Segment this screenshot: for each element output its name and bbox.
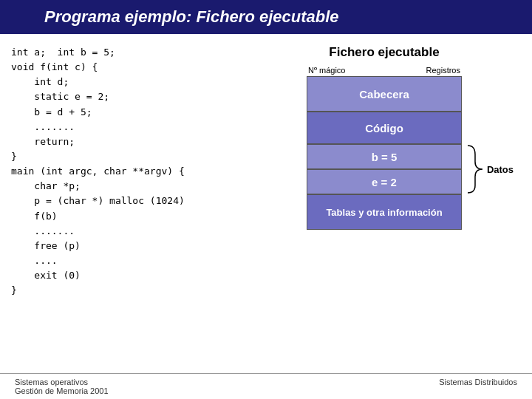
footer-right: Sistemas Distribuidos [439,378,517,395]
block-b5: b = 5 [307,144,462,169]
code-section: int a; int b = 5; void f(int c) { int d;… [7,41,244,366]
diagram-section: Fichero ejecutable Nº mágico Registros C… [244,41,525,366]
main-content: int a; int b = 5; void f(int c) { int d;… [0,34,532,366]
diagram-header-right: Registros [426,66,460,75]
block-tablas: Tablas y otra información [307,194,462,230]
page-title: Programa ejemplo: Fichero ejecutable [0,0,532,34]
block-codigo: Código [307,112,462,144]
diagram-title: Fichero ejecutable [329,45,439,60]
diagram-header-row: Nº mágico Registros [307,66,462,75]
footer-left-line2: Gestión de Memoria 2001 [15,386,109,395]
diagram-header-left: Nº mágico [308,66,345,75]
code-block: int a; int b = 5; void f(int c) { int d;… [11,45,240,298]
brace-svg [465,144,487,194]
footer-left: Sistemas operativos Gestión de Memoria 2… [15,378,109,395]
datos-label: Datos [487,164,514,175]
block-cabecera: Cabecera [307,76,462,112]
block-e2: e = 2 [307,169,462,194]
footer-left-line1: Sistemas operativos [15,378,109,386]
datos-brace: Datos [465,144,514,194]
footer: Sistemas operativos Gestión de Memoria 2… [0,373,532,399]
